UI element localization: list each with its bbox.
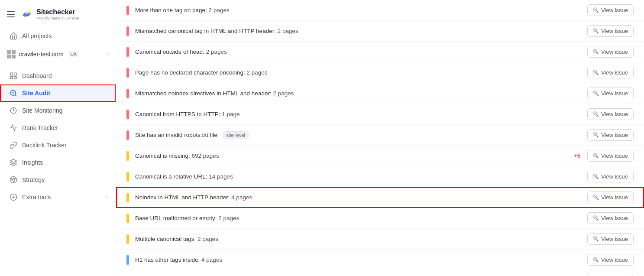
hamburger-icon[interactable]: [7, 11, 15, 17]
site-audit-icon: [9, 89, 18, 97]
view-issue-button[interactable]: 🔍View issue: [587, 150, 634, 162]
home-icon: [9, 32, 18, 40]
sidebar-item-insights[interactable]: Insights: [0, 154, 116, 171]
dashboard-icon: [9, 71, 18, 80]
issue-row: Base URL malformed or empty: 2 pages🔍Vie…: [116, 208, 644, 229]
issue-count: 2 pages: [246, 69, 267, 76]
view-issue-button[interactable]: 🔍View issue: [587, 212, 634, 224]
view-issue-button[interactable]: 🔍View issue: [587, 233, 634, 245]
logo-area: Sitechecker Proudly made in Ukraine: [19, 7, 79, 22]
main-content: More than one tag on page: 2 pages🔍View …: [116, 0, 644, 276]
issue-severity-indicator: [126, 110, 129, 119]
issue-severity-indicator: [126, 47, 129, 57]
issue-text: Canonical is missing: 692 pages: [135, 153, 574, 159]
view-issue-button[interactable]: 🔍View issue: [587, 192, 634, 203]
issue-text: More than one tag on page: 2 pages: [135, 7, 587, 13]
sidebar-item-backlink-tracker[interactable]: Backlink Tracker: [0, 136, 116, 154]
issue-severity-indicator: [126, 255, 129, 265]
issue-row: Canonical is a relative URL: 14 pages🔍Vi…: [116, 166, 644, 187]
sidebar-item-site-audit[interactable]: Site Audit: [0, 84, 116, 102]
issue-severity-indicator: [126, 130, 129, 140]
issue-text: Canonical outside of head: 2 pages: [135, 49, 587, 55]
view-issue-button[interactable]: 🔍View issue: [587, 46, 634, 58]
issue-text: Noindex in HTML and HTTP header: 4 pages: [135, 194, 587, 201]
search-small-icon: 🔍: [593, 195, 599, 200]
dashboard-label: Dashboard: [22, 72, 52, 79]
issue-text: Canonical is a relative URL: 14 pages: [135, 173, 587, 180]
issue-row: Noindex in HTML and HTTP header: 4 pages…: [116, 187, 644, 208]
issue-count: 2 pages: [218, 215, 239, 221]
ua-badge: UA: [69, 52, 78, 57]
issue-row: Canonical from HTTPS to HTTP: 1 page🔍Vie…: [116, 104, 644, 125]
view-issue-button[interactable]: 🔍View issue: [587, 254, 634, 266]
issue-row: Mismatched noindex directives in HTML an…: [116, 83, 644, 104]
issue-count: 2 pages: [197, 236, 218, 242]
issue-text: Multiple canonical tags: 2 pages: [135, 236, 587, 242]
view-issue-button[interactable]: 🔍View issue: [587, 129, 634, 141]
search-small-icon: 🔍: [593, 215, 599, 221]
site-monitoring-label: Site Monitoring: [22, 107, 62, 114]
issue-count: 1 page: [222, 111, 239, 117]
all-projects-link[interactable]: All projects: [0, 27, 116, 45]
view-issue-button[interactable]: 🔍View issue: [587, 88, 634, 99]
site-monitoring-icon: [9, 106, 18, 115]
view-issue-label: View issue: [601, 215, 628, 221]
issue-text: Page has no declared character encoding:…: [135, 69, 587, 76]
issue-text: Mismatched noindex directives in HTML an…: [135, 90, 587, 97]
sidebar-item-extra-tools[interactable]: Extra tools ›: [0, 188, 116, 206]
svg-rect-4: [14, 77, 16, 79]
view-issue-label: View issue: [601, 257, 628, 263]
view-issue-label: View issue: [601, 90, 628, 97]
insights-label: Insights: [22, 159, 43, 166]
issue-count: 2 pages: [273, 90, 294, 97]
view-issue-button[interactable]: 🔍View issue: [587, 4, 634, 16]
issue-severity-indicator: [126, 193, 129, 202]
search-small-icon: 🔍: [593, 91, 599, 96]
sidebar-item-site-monitoring[interactable]: Site Monitoring: [0, 102, 116, 119]
view-issue-label: View issue: [601, 28, 628, 34]
project-row[interactable]: crawler-test.com UA ›: [0, 45, 116, 64]
issue-text: Canonical from HTTPS to HTTP: 1 page: [135, 111, 587, 117]
search-small-icon: 🔍: [593, 49, 599, 55]
view-issue-button[interactable]: 🔍View issue: [587, 171, 634, 182]
issue-count: 4 pages: [231, 194, 252, 201]
backlink-tracker-icon: [9, 141, 18, 149]
search-small-icon: 🔍: [593, 153, 599, 159]
view-issue-button[interactable]: 🔍View issue: [587, 67, 634, 78]
search-small-icon: 🔍: [593, 28, 599, 34]
issue-count: 692 pages: [192, 153, 219, 159]
issue-text: Mismatched canonical tag in HTML and HTT…: [135, 28, 587, 34]
strategy-label: Strategy: [22, 176, 45, 183]
issue-text: Site has an invalid robots.txt file site…: [135, 132, 587, 138]
view-issue-label: View issue: [601, 194, 628, 201]
issue-row: Page has no declared character encoding:…: [116, 62, 644, 83]
logo-icon: [19, 7, 34, 22]
insights-icon: [9, 158, 18, 167]
sidebar-item-dashboard[interactable]: Dashboard: [0, 67, 116, 84]
search-small-icon: 🔍: [593, 236, 599, 242]
issue-severity-indicator: [126, 151, 129, 161]
issue-row: More than one tag on page: 2 pages🔍View …: [116, 0, 644, 21]
view-issue-button[interactable]: 🔍View issue: [587, 108, 634, 120]
issue-severity-indicator: [126, 234, 129, 244]
issue-row: Canonical ≠ URL: 141 pages🔍View issue: [116, 270, 644, 276]
issue-row: Canonical outside of head: 2 pages🔍View …: [116, 42, 644, 62]
issue-count: 14 pages: [209, 173, 233, 180]
sidebar-item-strategy[interactable]: Strategy: [0, 171, 116, 188]
logo-title: Sitechecker: [36, 8, 79, 16]
svg-rect-5: [10, 77, 13, 79]
sidebar-item-rank-tracker[interactable]: Rank Tracker: [0, 119, 116, 136]
issue-count: 4 pages: [201, 257, 222, 263]
site-level-badge: site-level: [223, 131, 249, 139]
logo-subtitle: Proudly made in Ukraine: [36, 16, 79, 21]
svg-rect-2: [10, 73, 13, 75]
sidebar: Sitechecker Proudly made in Ukraine All …: [0, 0, 116, 276]
view-issue-label: View issue: [601, 173, 628, 180]
extra-tools-icon: [9, 193, 18, 201]
issue-severity-indicator: [126, 26, 129, 36]
svg-point-1: [28, 12, 30, 14]
view-issue-label: View issue: [601, 132, 628, 138]
plus-badge: +5: [574, 153, 580, 159]
view-issue-button[interactable]: 🔍View issue: [587, 25, 634, 37]
issues-list: More than one tag on page: 2 pages🔍View …: [116, 0, 644, 276]
